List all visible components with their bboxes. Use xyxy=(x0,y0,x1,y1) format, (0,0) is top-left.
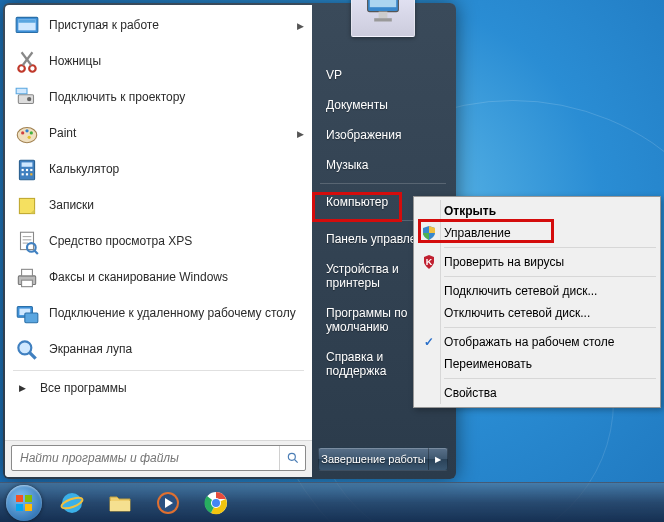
svg-rect-41 xyxy=(379,12,388,19)
ctx-label: Проверить на вирусы xyxy=(442,255,658,269)
svg-line-38 xyxy=(294,460,297,463)
ctx-virus-check[interactable]: K Проверить на вирусы xyxy=(416,251,658,273)
search-box[interactable] xyxy=(11,445,306,471)
user-name[interactable]: VP xyxy=(314,61,452,89)
prog-label: Подключение к удаленному рабочему столу xyxy=(49,307,304,321)
scissors-icon xyxy=(13,48,41,76)
user-avatar[interactable] xyxy=(351,0,415,37)
remote-desktop-icon xyxy=(13,300,41,328)
getting-started-icon xyxy=(13,12,41,40)
svg-rect-2 xyxy=(18,20,35,23)
search-button[interactable] xyxy=(279,446,305,470)
ctx-map-drive[interactable]: Подключить сетевой диск... xyxy=(416,280,658,302)
svg-rect-16 xyxy=(22,169,24,171)
ctx-open[interactable]: Открыть xyxy=(416,200,658,222)
svg-text:K: K xyxy=(426,257,433,267)
svg-rect-22 xyxy=(19,198,34,213)
ctx-rename[interactable]: Переименовать xyxy=(416,353,658,375)
svg-line-28 xyxy=(35,251,38,254)
svg-point-10 xyxy=(21,131,24,134)
taskbar-chrome[interactable] xyxy=(193,486,239,520)
windows-logo-icon xyxy=(14,493,34,513)
shutdown-area: Завершение работы ▶ xyxy=(312,447,454,477)
all-programs[interactable]: ▶ Все программы xyxy=(7,373,310,403)
ctx-properties[interactable]: Свойства xyxy=(416,382,658,404)
triangle-right-icon: ▶ xyxy=(19,383,26,393)
ctx-manage[interactable]: Управление xyxy=(416,222,658,244)
start-left-panel: Приступая к работе ▶ Ножницы Подключить … xyxy=(5,5,312,477)
svg-rect-42 xyxy=(374,18,392,21)
prog-projector[interactable]: Подключить к проектору xyxy=(7,80,310,116)
ctx-label: Отключить сетевой диск... xyxy=(442,306,658,320)
shutdown-button[interactable]: Завершение работы ▶ xyxy=(318,447,448,471)
prog-paint[interactable]: Paint ▶ xyxy=(7,116,310,152)
prog-snipping-tool[interactable]: Ножницы xyxy=(7,44,310,80)
prog-xps-viewer[interactable]: Средство просмотра XPS xyxy=(7,224,310,260)
svg-rect-17 xyxy=(26,169,28,171)
divider xyxy=(13,370,304,371)
shield-icon xyxy=(416,225,442,241)
ctx-unmap-drive[interactable]: Отключить сетевой диск... xyxy=(416,302,658,324)
ctx-label: Подключить сетевой диск... xyxy=(442,284,658,298)
prog-label: Средство просмотра XPS xyxy=(49,235,304,249)
shutdown-label[interactable]: Завершение работы xyxy=(319,448,429,470)
svg-rect-18 xyxy=(30,169,32,171)
prog-magnifier[interactable]: Экранная лупа xyxy=(7,332,310,368)
chrome-icon xyxy=(202,489,230,517)
svg-rect-21 xyxy=(30,173,32,175)
svg-rect-47 xyxy=(25,504,32,511)
prog-sticky-notes[interactable]: Записки xyxy=(7,188,310,224)
folder-icon xyxy=(106,489,134,517)
prog-label: Приступая к работе xyxy=(49,19,293,33)
prog-calculator[interactable]: Калькулятор xyxy=(7,152,310,188)
svg-rect-45 xyxy=(25,495,32,502)
submenu-arrow-icon: ▶ xyxy=(297,129,304,139)
projector-icon xyxy=(13,84,41,112)
taskbar-explorer[interactable] xyxy=(97,486,143,520)
prog-label: Калькулятор xyxy=(49,163,304,177)
separator xyxy=(320,183,446,184)
taskbar-media-player[interactable] xyxy=(145,486,191,520)
nav-documents[interactable]: Документы xyxy=(314,91,452,119)
start-menu: Приступая к работе ▶ Ножницы Подключить … xyxy=(3,3,456,479)
svg-point-4 xyxy=(29,65,35,72)
separator xyxy=(444,276,656,277)
ctx-label: Переименовать xyxy=(442,357,658,371)
svg-point-37 xyxy=(288,453,295,460)
xps-icon xyxy=(13,228,41,256)
svg-rect-44 xyxy=(16,495,23,502)
submenu-arrow-icon: ▶ xyxy=(297,21,304,31)
svg-rect-15 xyxy=(22,162,33,166)
ctx-label: Отображать на рабочем столе xyxy=(442,335,658,349)
prog-label: Экранная лупа xyxy=(49,343,304,357)
svg-point-11 xyxy=(25,129,28,132)
search-area xyxy=(5,440,312,477)
ctx-label: Открыть xyxy=(442,204,658,218)
ctx-label: Свойства xyxy=(442,386,658,400)
ctx-show-desktop[interactable]: ✓ Отображать на рабочем столе xyxy=(416,331,658,353)
separator xyxy=(444,247,656,248)
svg-point-55 xyxy=(212,499,220,507)
nav-music[interactable]: Музыка xyxy=(314,151,452,179)
prog-fax-scan[interactable]: Факсы и сканирование Windows xyxy=(7,260,310,296)
paint-icon xyxy=(13,120,41,148)
svg-line-36 xyxy=(29,352,35,359)
taskbar xyxy=(0,482,664,522)
check-icon: ✓ xyxy=(416,335,442,349)
prog-label: Записки xyxy=(49,199,304,213)
prog-label: Факсы и сканирование Windows xyxy=(49,271,304,285)
taskbar-ie[interactable] xyxy=(49,486,95,520)
context-menu: Открыть Управление K Проверить на вирусы… xyxy=(413,196,661,408)
nav-pictures[interactable]: Изображения xyxy=(314,121,452,149)
search-input[interactable] xyxy=(12,451,279,465)
start-button[interactable] xyxy=(0,483,48,523)
fax-icon xyxy=(13,264,41,292)
shutdown-menu-arrow[interactable]: ▶ xyxy=(429,448,447,470)
prog-getting-started[interactable]: Приступая к работе ▶ xyxy=(7,8,310,44)
search-icon xyxy=(286,451,300,465)
svg-rect-34 xyxy=(25,313,38,323)
prog-remote-desktop[interactable]: Подключение к удаленному рабочему столу xyxy=(7,296,310,332)
svg-rect-50 xyxy=(110,501,130,511)
notes-icon xyxy=(13,192,41,220)
calculator-icon xyxy=(13,156,41,184)
